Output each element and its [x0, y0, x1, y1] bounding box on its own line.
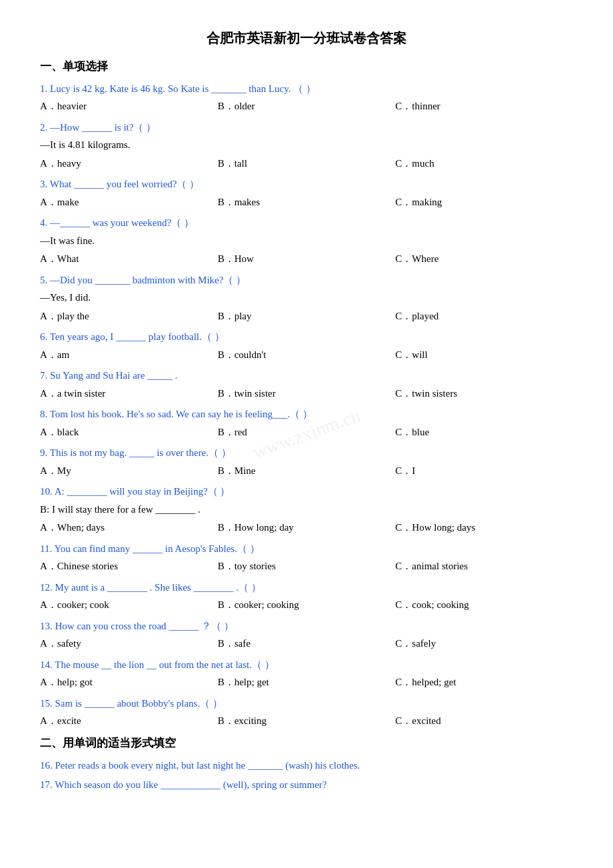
question-15-text: 15. Sam is ______ about Bobby's plans.（ …: [40, 695, 573, 713]
question-9-text: 9. This is not my bag. _____ is over the…: [40, 445, 573, 462]
question-15: 15. Sam is ______ about Bobby's plans.（ …: [40, 695, 573, 730]
question-6-option-2: C．will: [395, 347, 573, 364]
question-9: 9. This is not my bag. _____ is over the…: [40, 445, 573, 479]
question-15-options: A．exciteB．excitingC．excited: [40, 713, 573, 730]
question-4: 4. —______ was your weekend?（ ）—It was f…: [40, 215, 573, 268]
question-13-option-0: A．safety: [40, 635, 218, 653]
question-14-text: 14. The mouse __ the lion __ out from th…: [40, 657, 573, 674]
question-11: 11. You can find many ______ in Aesop's …: [40, 541, 573, 575]
question-2: 2. —How ______ is it?（ ）—It is 4.81 kilo…: [40, 119, 573, 173]
question-14-options: A．help; gotB．help; getC．helped; get: [40, 674, 573, 691]
question-12: 12. My aunt is a ________ . She likes __…: [40, 579, 573, 614]
question-13-options: A．safetyB．safeC．safely: [40, 635, 573, 653]
question-5-option-0: A．play the: [40, 308, 218, 325]
question-9-option-1: B．Mine: [218, 463, 396, 480]
question-7: 7. Su Yang and Su Hai are _____ .A．a twi…: [40, 367, 573, 402]
question-7-option-0: A．a twin sister: [40, 385, 218, 403]
question-5-option-2: C．played: [395, 308, 573, 325]
question-3-option-2: C．making: [395, 194, 573, 211]
question-11-option-1: B．toy stories: [218, 558, 396, 575]
question-12-option-0: A．cooker; cook: [40, 597, 218, 614]
question-14-option-0: A．help; got: [40, 674, 218, 691]
section1-header: 一、单项选择: [40, 57, 573, 77]
question-10-option-1: B．How long; day: [218, 519, 396, 537]
question-5-subtext: —Yes, I did.: [40, 289, 573, 307]
question-8-option-0: A．black: [40, 424, 218, 441]
question-6-text: 6. Ten years ago, I ______ play football…: [40, 329, 573, 346]
question-2-options: A．heavyB．tallC．much: [40, 155, 573, 173]
question-11-options: A．Chinese storiesB．toy storiesC．animal s…: [40, 558, 573, 575]
question-5-options: A．play theB．playC．played: [40, 308, 573, 325]
question-14-option-2: C．helped; get: [395, 674, 573, 691]
question-13-option-1: B．safe: [218, 635, 396, 653]
question-7-option-2: C．twin sisters: [395, 385, 573, 403]
question-3-option-0: A．make: [40, 194, 218, 211]
question-14-option-1: B．help; get: [218, 674, 396, 691]
fill-container: 16. Peter reads a book every night, but …: [40, 757, 573, 794]
question-1-option-0: A．heavier: [40, 98, 218, 115]
question-1-text: 1. Lucy is 42 kg. Kate is 46 kg. So Kate…: [40, 81, 573, 98]
section2-header: 二、用单词的适当形式填空: [40, 734, 573, 753]
fill-question-2-text: 17. Which season do you like ___________…: [40, 777, 573, 794]
question-4-text: 4. —______ was your weekend?（ ）: [40, 215, 573, 232]
question-3-text: 3. What ______ you feel worried?（ ）: [40, 176, 573, 193]
question-6-options: A．amB．couldn'tC．will: [40, 347, 573, 364]
question-14: 14. The mouse __ the lion __ out from th…: [40, 657, 573, 691]
fill-question-2: 17. Which season do you like ___________…: [40, 777, 573, 794]
question-2-option-1: B．tall: [218, 155, 396, 173]
question-6-option-0: A．am: [40, 347, 218, 364]
question-12-text: 12. My aunt is a ________ . She likes __…: [40, 579, 573, 597]
question-2-option-2: C．much: [395, 155, 573, 173]
question-5-text: 5. —Did you _______ badminton with Mike?…: [40, 272, 573, 289]
question-5-option-1: B．play: [218, 308, 396, 325]
question-12-option-1: B．cooker; cooking: [218, 597, 396, 614]
question-13: 13. How can you cross the road ______ ？（…: [40, 618, 573, 653]
page-title: 合肥市英语新初一分班试卷含答案: [40, 27, 573, 49]
question-10: 10. A: ________ will you stay in Beijing…: [40, 483, 573, 537]
question-6-option-1: B．couldn't: [218, 347, 396, 364]
question-12-options: A．cooker; cookB．cooker; cookingC．cook; c…: [40, 597, 573, 614]
question-7-options: A．a twin sisterB．twin sisterC．twin siste…: [40, 385, 573, 403]
question-4-options: A．WhatB．HowC．Where: [40, 251, 573, 268]
question-9-option-0: A．My: [40, 463, 218, 480]
question-12-option-2: C．cook; cooking: [395, 597, 573, 614]
question-7-text: 7. Su Yang and Su Hai are _____ .: [40, 367, 573, 385]
question-2-subtext: —It is 4.81 kilograms.: [40, 137, 573, 154]
question-13-option-2: C．safely: [395, 635, 573, 653]
question-1-options: A．heavierB．olderC．thinner: [40, 98, 573, 115]
fill-question-1-text: 16. Peter reads a book every night, but …: [40, 757, 573, 775]
question-5: 5. —Did you _______ badminton with Mike?…: [40, 272, 573, 325]
fill-question-1: 16. Peter reads a book every night, but …: [40, 757, 573, 775]
question-3-option-1: B．makes: [218, 194, 396, 211]
question-4-option-1: B．How: [218, 251, 396, 268]
question-10-subtext: B: I will stay there for a few ________ …: [40, 501, 573, 519]
question-4-option-2: C．Where: [395, 251, 573, 268]
question-10-option-0: A．When; days: [40, 519, 218, 537]
question-15-option-0: A．excite: [40, 713, 218, 730]
question-8-option-1: B．red: [218, 424, 396, 441]
question-8-text: 8. Tom lost his book. He's so sad. We ca…: [40, 406, 573, 423]
question-1: 1. Lucy is 42 kg. Kate is 46 kg. So Kate…: [40, 81, 573, 115]
question-6: 6. Ten years ago, I ______ play football…: [40, 329, 573, 363]
question-11-text: 11. You can find many ______ in Aesop's …: [40, 541, 573, 558]
question-9-option-2: C．I: [395, 463, 573, 480]
question-11-option-2: C．animal stories: [395, 558, 573, 575]
question-9-options: A．MyB．MineC．I: [40, 463, 573, 480]
question-4-option-0: A．What: [40, 251, 218, 268]
question-7-option-1: B．twin sister: [218, 385, 396, 403]
question-10-option-2: C．How long; days: [395, 519, 573, 537]
question-4-subtext: —It was fine.: [40, 233, 573, 250]
question-8: 8. Tom lost his book. He's so sad. We ca…: [40, 406, 573, 441]
question-8-options: A．blackB．redC．blue: [40, 424, 573, 441]
question-13-text: 13. How can you cross the road ______ ？（…: [40, 618, 573, 635]
question-10-options: A．When; daysB．How long; dayC．How long; d…: [40, 519, 573, 537]
questions-container: 1. Lucy is 42 kg. Kate is 46 kg. So Kate…: [40, 81, 573, 730]
question-8-option-2: C．blue: [395, 424, 573, 441]
question-2-text: 2. —How ______ is it?（ ）: [40, 119, 573, 137]
question-15-option-1: B．exciting: [218, 713, 396, 730]
question-10-text: 10. A: ________ will you stay in Beijing…: [40, 483, 573, 501]
question-3: 3. What ______ you feel worried?（ ）A．mak…: [40, 176, 573, 211]
question-1-option-2: C．thinner: [395, 98, 573, 115]
question-3-options: A．makeB．makesC．making: [40, 194, 573, 211]
question-15-option-2: C．excited: [395, 713, 573, 730]
